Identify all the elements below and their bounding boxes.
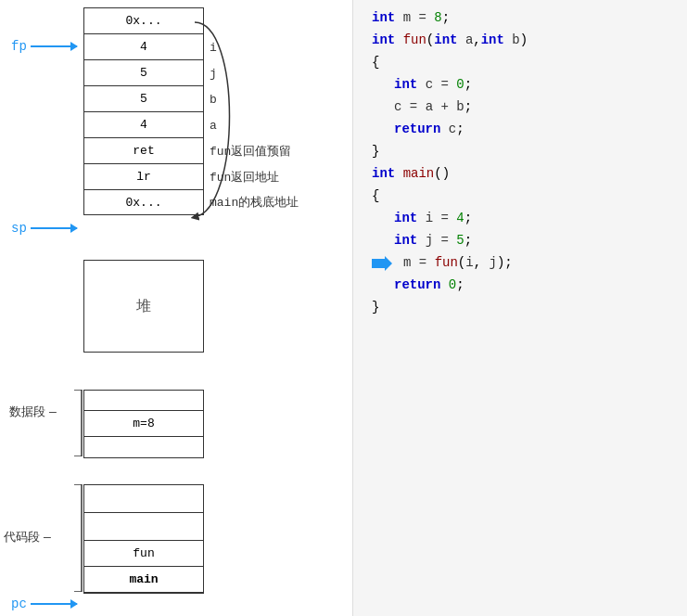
sp-label: sp <box>11 221 27 236</box>
code-line-8: int main() <box>364 163 676 186</box>
data-m8: m=8 <box>133 417 154 430</box>
code-line-10: int i = 4; <box>364 208 676 230</box>
code-fun: fun <box>133 546 154 560</box>
main-container: fp sp pc 0x... 4 i 5 <box>0 0 687 616</box>
code-main: main <box>129 572 158 586</box>
code-line-12: m = fun(i, j); <box>364 252 676 275</box>
sp-arrow <box>31 227 77 229</box>
data-segment-box: m=8 <box>83 390 204 458</box>
fp-label: fp <box>11 39 27 54</box>
execution-arrow-icon <box>372 256 392 271</box>
code-line-11: int j = 5; <box>364 230 676 252</box>
code-segment-label: 代码段 — <box>4 529 51 545</box>
code-line-6: return c; <box>364 119 676 141</box>
cell-value: 4 <box>140 118 147 132</box>
sp-pointer: sp <box>11 221 77 236</box>
cell-value: ret <box>133 144 154 158</box>
curved-arrow <box>185 13 250 226</box>
data-segment-label: 数据段 — <box>9 404 57 420</box>
code-line-13: return 0; <box>364 275 676 297</box>
pc-arrow <box>31 603 77 605</box>
cell-value: 0x... <box>125 14 161 28</box>
cell-value: lr <box>136 170 151 184</box>
code-line-7: } <box>364 141 676 163</box>
code-line-9: { <box>364 186 676 208</box>
code-segment-box: fun main <box>83 484 204 594</box>
code-section: int m = 8; int fun(int a,int b) { int c … <box>352 0 687 616</box>
cell-value: 5 <box>140 92 147 106</box>
svg-marker-6 <box>372 256 392 271</box>
code-line-14: } <box>364 297 676 319</box>
code-line-5: c = a + b; <box>364 96 676 119</box>
cell-heap: 堆 <box>83 260 204 353</box>
cell-value: 4 <box>140 40 147 54</box>
code-line-2: int fun(int a,int b) <box>364 30 676 52</box>
fp-arrow <box>31 45 77 47</box>
code-bracket <box>67 484 83 592</box>
memory-section: fp sp pc 0x... 4 i 5 <box>0 0 352 616</box>
code-line-4: int c = 0; <box>364 74 676 96</box>
code-line-3: { <box>364 52 676 74</box>
cell-value: 0x... <box>125 196 161 210</box>
code-line-1: int m = 8; <box>364 7 676 30</box>
cell-value: 5 <box>140 66 147 80</box>
fp-pointer: fp <box>11 39 77 54</box>
heap-label: 堆 <box>136 297 151 316</box>
pc-label: pc <box>11 597 27 611</box>
pc-pointer: pc <box>11 597 77 611</box>
cell-empty-2 <box>83 230 204 245</box>
cell-empty-3 <box>83 245 204 260</box>
data-bracket <box>67 390 83 456</box>
